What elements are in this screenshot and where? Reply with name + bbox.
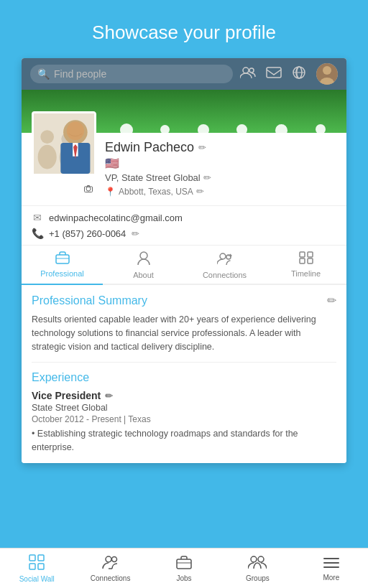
svg-rect-27 [308,258,313,263]
svg-point-9 [40,130,54,144]
phone-value: +1 (857) 260-0064 [49,228,126,239]
svg-rect-34 [177,559,191,569]
phone-edit-icon[interactable]: ✏ [132,228,139,239]
profile-name: Edwin Pacheco [105,140,194,155]
nav-connections[interactable]: Connections [73,555,147,582]
phone-icon: 📞 [32,228,43,239]
email-row: ✉ edwinpachecolatinc@gmail.com [32,212,336,223]
svg-rect-24 [300,252,305,257]
country-flag: 🇺🇸 [105,157,336,170]
profile-details: Edwin Pacheco ✏ 🇺🇸 VP, State Street Glob… [105,133,336,197]
person-tab-icon [137,251,150,269]
svg-point-18 [86,187,91,191]
search-icon: 🔍 [37,68,50,80]
connections-icon[interactable] [240,66,256,83]
tab-timeline-label: Timeline [291,269,321,278]
svg-point-33 [111,556,116,561]
search-input[interactable] [54,68,226,80]
search-input-wrap[interactable]: 🔍 [30,65,233,83]
svg-rect-28 [29,555,35,561]
nav-groups[interactable]: Groups [221,555,294,582]
svg-rect-31 [38,564,44,569]
mail-icon[interactable] [266,67,282,82]
job-edit-icon[interactable]: ✏ [105,391,113,401]
job-dates: October 2012 - Present | Texas [32,414,336,424]
briefcase-tab-icon [55,251,70,268]
email-icon: ✉ [32,212,43,223]
search-bar-icons [240,63,338,85]
nav-more-label: More [323,574,339,582]
svg-point-35 [251,556,257,562]
svg-point-36 [258,556,264,562]
professional-summary-section: Professional Summary ✏ Results oriented … [32,294,336,353]
content-area: Professional Summary ✏ Results oriented … [22,285,346,463]
camera-icon-badge[interactable] [82,182,95,195]
nav-more[interactable]: More [295,556,368,582]
tab-connections[interactable]: Connections [184,246,265,285]
nav-briefcase-icon [176,555,192,573]
tab-professional[interactable]: Professional [22,246,103,285]
svg-rect-26 [300,258,305,263]
connections-tab-icon [217,251,233,269]
profile-name-row: Edwin Pacheco ✏ [105,140,336,155]
profile-job-title: VP, State Street Global ✏ [105,172,336,183]
timeline-tab-icon [299,251,313,268]
experience-title: Experience [32,371,336,384]
profile-name-edit-icon[interactable]: ✏ [198,142,206,153]
profile-info-row: Edwin Pacheco ✏ 🇺🇸 VP, State Street Glob… [22,133,346,205]
tab-connections-label: Connections [203,271,247,279]
nav-groups-icon [248,555,267,573]
svg-point-6 [323,66,331,75]
svg-point-0 [243,67,249,73]
svg-point-17 [67,121,84,140]
svg-rect-20 [56,255,69,263]
professional-summary-text: Results oriented capable leader with 20+… [32,313,336,353]
contact-section: ✉ edwinpachecolatinc@gmail.com 📞 +1 (857… [22,205,346,245]
summary-edit-icon[interactable]: ✏ [327,294,336,307]
profile-hero: Edwin Pacheco ✏ 🇺🇸 VP, State Street Glob… [22,90,346,245]
nav-connections-label: Connections [91,574,131,582]
job-description: • Establishing strategic technology road… [32,427,336,454]
profile-photo-wrap [32,111,96,197]
profile-tabs: Professional About [22,245,346,285]
location-pin-icon: 📍 [105,187,116,197]
nav-groups-label: Groups [246,574,270,582]
phone-row: 📞 +1 (857) 260-0064 ✏ [32,228,336,239]
app-card: 🔍 [22,58,346,463]
experience-section: Experience Vice President ✏ State Street… [32,371,336,454]
nav-people-icon [102,555,119,573]
svg-point-32 [106,556,111,562]
svg-point-21 [140,252,147,259]
svg-rect-30 [29,564,35,569]
globe-icon[interactable] [292,65,306,83]
nav-jobs[interactable]: Jobs [147,555,221,582]
bottom-nav: Social Wall Connections [0,548,368,588]
profile-title-edit-icon[interactable]: ✏ [203,172,211,183]
page-title: Showcase your profile [0,0,368,58]
avatar[interactable] [316,63,338,85]
email-value: edwinpachecolatinc@gmail.com [49,213,183,223]
svg-point-10 [38,145,57,169]
professional-summary-title: Professional Summary ✏ [32,294,336,307]
profile-location: 📍 Abbott, Texas, USA ✏ [105,186,336,197]
social-wall-icon [29,554,45,574]
job-company: State Street Global [32,403,336,413]
svg-rect-25 [308,252,313,257]
svg-rect-29 [38,555,44,561]
svg-point-1 [249,68,254,73]
nav-jobs-label: Jobs [176,574,191,582]
nav-social-wall-label: Social Wall [19,575,55,583]
search-bar: 🔍 [22,58,346,90]
section-divider [32,362,336,363]
tab-professional-label: Professional [40,269,84,278]
profile-photo [32,111,96,176]
nav-more-icon [323,556,339,572]
tab-about-label: About [133,271,154,279]
job-title: Vice President ✏ [32,390,336,401]
tab-about[interactable]: About [103,246,184,285]
svg-point-22 [220,253,226,259]
profile-location-edit-icon[interactable]: ✏ [196,186,204,197]
svg-rect-2 [267,67,281,78]
nav-social-wall[interactable]: Social Wall [0,554,73,583]
tab-timeline[interactable]: Timeline [265,246,346,285]
